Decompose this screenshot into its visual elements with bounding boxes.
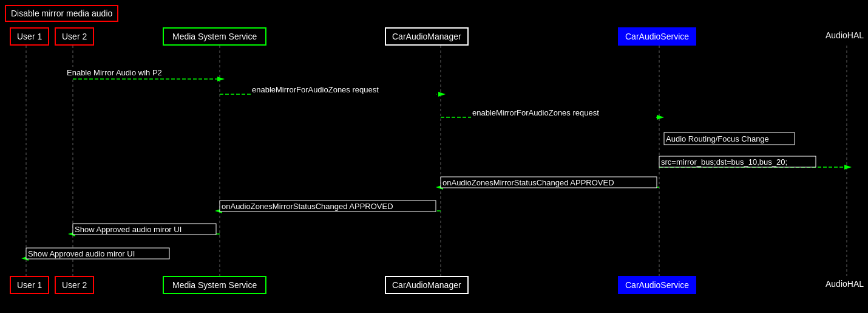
svg-rect-22 [659,156,816,167]
actor-user1-bottom: User 1 [10,276,49,294]
svg-rect-18 [664,132,795,145]
svg-text:Show Approved audio miror UI: Show Approved audio miror UI [75,225,181,234]
diagram-container: Disable mirror media audio User 1 User 2… [0,0,868,313]
actor-user2-bottom: User 2 [55,276,94,294]
svg-rect-38 [26,248,169,259]
svg-text:onAudioZonesMirrorStatusChange: onAudioZonesMirrorStatusChanged APPROVED [442,178,614,187]
svg-text:Audio Routing/Focus Change: Audio Routing/Focus Change [666,134,769,143]
actor-user2-top: User 2 [55,27,94,46]
actor-hal-top: AudioHAL [826,27,864,43]
svg-marker-15 [657,115,664,120]
svg-text:Show Approved audio miror UI: Show Approved audio miror UI [28,249,135,258]
svg-marker-7 [217,77,225,81]
actor-cam-bottom: CarAudioManager [385,276,469,294]
actor-mss-top: Media System Service [163,27,266,46]
actor-cas-bottom: CarAudioService [618,276,696,294]
svg-rect-30 [220,201,436,212]
actor-user1-top: User 1 [10,27,49,46]
svg-rect-8 [66,67,216,78]
svg-marker-33 [68,232,75,236]
svg-marker-11 [438,92,446,97]
svg-text:Enable Mirror Audio wih P2: Enable Mirror Audio wih P2 [67,68,162,77]
svg-text:src=mirror_bus;dst=bus_10,bus_: src=mirror_bus;dst=bus_10,bus_20; [661,157,787,167]
svg-rect-12 [251,84,436,95]
svg-marker-29 [215,208,222,213]
actor-hal-bottom: AudioHAL [826,276,864,292]
svg-rect-16 [471,107,656,118]
title-box-top: Disable mirror media audio [5,5,118,22]
svg-marker-37 [21,256,29,261]
svg-text:onAudioZonesMirrorStatusChange: onAudioZonesMirrorStatusChanged APPROVED [222,202,393,211]
actor-mss-bottom: Media System Service [163,276,266,294]
svg-text:enableMirrorForAudioZones requ: enableMirrorForAudioZones request [252,85,379,94]
sequence-diagram-svg: Enable Mirror Audio wih P2 enableMirrorF… [0,0,868,313]
svg-marker-21 [844,165,852,170]
svg-marker-25 [436,185,443,190]
svg-text:enableMirrorForAudioZones requ: enableMirrorForAudioZones request [472,108,599,117]
svg-rect-26 [441,177,657,188]
actor-cam-top: CarAudioManager [385,27,469,46]
actor-cas-top: CarAudioService [618,27,696,46]
svg-rect-34 [73,224,216,235]
